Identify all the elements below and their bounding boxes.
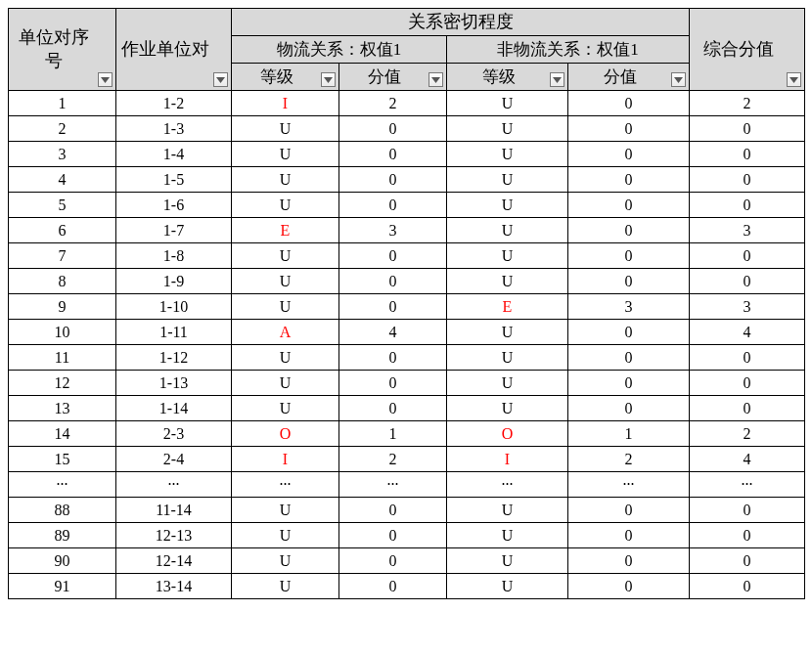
header-nonlogistics: 非物流关系：权值1	[447, 36, 690, 64]
grade-2-cell: U	[447, 574, 568, 599]
filter-icon[interactable]	[550, 72, 564, 87]
table-row: 8811-14U0U00	[9, 498, 805, 523]
score-2-cell: 0	[568, 548, 690, 574]
score-1-cell: 0	[339, 269, 447, 294]
svg-marker-3	[324, 77, 333, 83]
table-row: 11-2I2U02	[9, 91, 805, 116]
total-cell: 0	[690, 574, 805, 599]
seq-cell: 88	[9, 498, 116, 523]
score-2-cell: 0	[568, 320, 690, 345]
total-cell: 0	[690, 371, 805, 396]
pair-cell: 13-14	[116, 574, 232, 599]
pair-cell: 1-3	[116, 116, 232, 142]
grade-1-cell: U	[232, 269, 339, 294]
grade-2-cell: U	[447, 548, 568, 574]
seq-cell: 12	[9, 371, 116, 396]
header-total[interactable]: 综合分值	[690, 9, 805, 91]
ellipsis-cell: ···	[568, 472, 690, 498]
pair-cell: 1-13	[116, 371, 232, 396]
grade-1-cell: U	[232, 498, 339, 523]
total-cell: 0	[690, 396, 805, 421]
score-2-cell: 0	[568, 498, 690, 523]
grade-1-cell: U	[232, 142, 339, 167]
score-1-cell: 0	[339, 142, 447, 167]
filter-icon[interactable]	[429, 72, 443, 87]
seq-cell: 15	[9, 447, 116, 472]
total-cell: 0	[690, 548, 805, 574]
pair-cell: 1-14	[116, 396, 232, 421]
table-row: 121-13U0U00	[9, 371, 805, 396]
grade-2-cell: I	[447, 447, 568, 472]
filter-icon[interactable]	[98, 72, 113, 87]
grade-2-cell: U	[447, 193, 568, 218]
header-seq[interactable]: 单位对序号	[9, 9, 116, 91]
score-2-cell: 0	[568, 116, 690, 142]
header-grade-2[interactable]: 等级	[447, 64, 568, 91]
score-1-cell: 2	[339, 91, 447, 116]
total-cell: 0	[690, 243, 805, 269]
seq-cell: 2	[9, 116, 116, 142]
score-2-cell: 0	[568, 269, 690, 294]
pair-cell: 1-12	[116, 345, 232, 371]
seq-cell: 8	[9, 269, 116, 294]
score-2-cell: 0	[568, 218, 690, 243]
seq-cell: 4	[9, 167, 116, 193]
score-2-cell: 0	[568, 193, 690, 218]
grade-1-cell: E	[232, 218, 339, 243]
total-cell: 0	[690, 269, 805, 294]
grade-2-cell: U	[447, 142, 568, 167]
ellipsis-cell: ···	[9, 472, 116, 498]
table-row: 101-11A4U04	[9, 320, 805, 345]
seq-cell: 9	[9, 294, 116, 320]
score-2-cell: 0	[568, 574, 690, 599]
filter-icon[interactable]	[671, 72, 686, 87]
score-1-cell: 0	[339, 243, 447, 269]
score-2-cell: 3	[568, 294, 690, 320]
header-pair[interactable]: 作业单位对	[116, 9, 232, 91]
score-2-cell: 2	[568, 447, 690, 472]
filter-icon[interactable]	[321, 72, 336, 87]
seq-cell: 7	[9, 243, 116, 269]
header-score-1[interactable]: 分值	[339, 64, 447, 91]
header-score-2[interactable]: 分值	[568, 64, 690, 91]
header-pair-label: 作业单位对	[121, 39, 209, 59]
filter-icon[interactable]	[787, 72, 801, 87]
filter-icon[interactable]	[213, 72, 228, 87]
seq-cell: 90	[9, 548, 116, 574]
header-total-label: 综合分值	[703, 39, 774, 59]
grade-2-cell: U	[447, 116, 568, 142]
grade-2-cell: U	[447, 320, 568, 345]
score-1-cell: 4	[339, 320, 447, 345]
score-1-cell: 0	[339, 294, 447, 320]
seq-cell: 1	[9, 91, 116, 116]
grade-2-cell: U	[447, 371, 568, 396]
seq-cell: 91	[9, 574, 116, 599]
table-row: 9113-14U0U00	[9, 574, 805, 599]
score-1-cell: 0	[339, 498, 447, 523]
grade-2-cell: U	[447, 91, 568, 116]
seq-cell: 11	[9, 345, 116, 371]
pair-cell: 1-7	[116, 218, 232, 243]
svg-marker-1	[216, 77, 225, 83]
pair-cell: 1-8	[116, 243, 232, 269]
score-1-cell: 0	[339, 523, 447, 548]
pair-cell: 1-10	[116, 294, 232, 320]
total-cell: 3	[690, 218, 805, 243]
pair-cell: 1-2	[116, 91, 232, 116]
grade-1-cell: U	[232, 345, 339, 371]
total-cell: 2	[690, 91, 805, 116]
header-grade-1[interactable]: 等级	[232, 64, 339, 91]
total-cell: 0	[690, 498, 805, 523]
table-row: ·····················	[9, 472, 805, 498]
total-cell: 3	[690, 294, 805, 320]
pair-cell: 1-5	[116, 167, 232, 193]
grade-1-cell: U	[232, 523, 339, 548]
score-1-cell: 3	[339, 218, 447, 243]
score-1-cell: 2	[339, 447, 447, 472]
grade-2-cell: U	[447, 345, 568, 371]
score-2-cell: 0	[568, 91, 690, 116]
table-row: 91-10U0E33	[9, 294, 805, 320]
grade-1-cell: U	[232, 116, 339, 142]
grade-2-cell: U	[447, 498, 568, 523]
table-body: 11-2I2U0221-3U0U0031-4U0U0041-5U0U0051-6…	[9, 91, 805, 599]
